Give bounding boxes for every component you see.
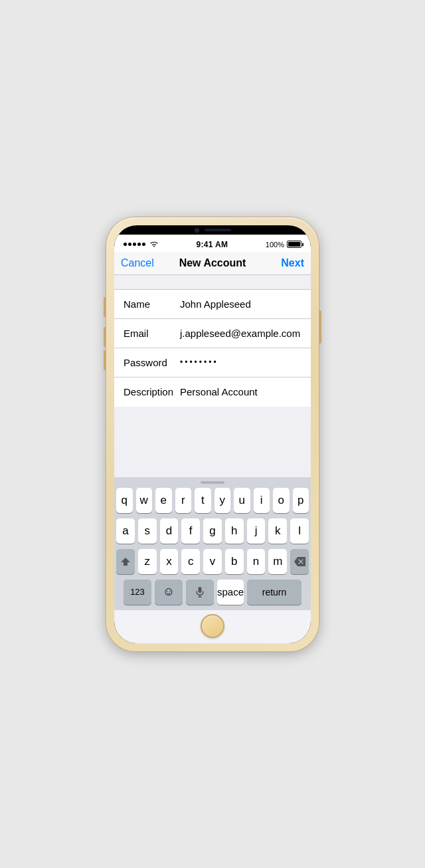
keyboard-keys: q w e r t y u i o p a s <box>114 488 311 610</box>
key-o[interactable]: o <box>273 488 290 513</box>
key-n[interactable]: n <box>247 549 266 574</box>
key-f[interactable]: f <box>181 518 200 544</box>
keyboard-handle <box>114 481 311 484</box>
key-q[interactable]: q <box>116 488 133 513</box>
screen: 9:41 AM 100% Cancel New Account Next <box>114 225 311 643</box>
phone-screen-container: 9:41 AM 100% Cancel New Account Next <box>114 225 311 643</box>
status-right: 100% <box>266 241 301 249</box>
keyboard-row-3: z x c v b n m <box>116 549 309 574</box>
key-x[interactable]: x <box>160 549 179 574</box>
keyboard-row-2: a s d f g h j k l <box>116 518 309 544</box>
numbers-key[interactable]: 123 <box>124 580 151 605</box>
key-m[interactable]: m <box>268 549 287 574</box>
form-label-email: Email <box>124 328 180 339</box>
svg-rect-2 <box>198 587 201 593</box>
key-c[interactable]: c <box>181 549 200 574</box>
form-row-password[interactable]: Password •••••••• <box>114 348 311 378</box>
status-bar: 9:41 AM 100% <box>114 235 311 252</box>
section-spacer <box>114 275 311 290</box>
home-button-area <box>114 610 311 643</box>
key-k[interactable]: k <box>268 518 287 544</box>
key-b[interactable]: b <box>225 549 244 574</box>
emoji-key[interactable]: ☺ <box>155 580 183 605</box>
key-r[interactable]: r <box>175 488 192 513</box>
key-e[interactable]: e <box>155 488 172 513</box>
key-v[interactable]: v <box>203 549 222 574</box>
form-row-name[interactable]: Name John Appleseed <box>114 290 311 319</box>
key-a[interactable]: a <box>116 518 135 544</box>
return-key[interactable]: return <box>247 580 301 605</box>
key-w[interactable]: w <box>136 488 153 513</box>
page-title: New Account <box>179 257 246 269</box>
shift-key[interactable] <box>116 549 135 574</box>
form-value-description: Personal Account <box>180 386 301 397</box>
key-t[interactable]: t <box>195 488 211 513</box>
backspace-key[interactable] <box>290 549 309 574</box>
form-value-email: j.appleseed@example.com <box>180 328 301 339</box>
battery-percent: 100% <box>266 241 284 249</box>
key-u[interactable]: u <box>234 488 250 513</box>
status-left <box>124 241 159 249</box>
form-row-email[interactable]: Email j.appleseed@example.com <box>114 319 311 348</box>
nav-bar: Cancel New Account Next <box>114 252 311 275</box>
mic-key[interactable] <box>186 580 214 605</box>
form-value-name: John Appleseed <box>180 298 301 310</box>
key-l[interactable]: l <box>290 518 309 544</box>
key-i[interactable]: i <box>254 488 270 513</box>
key-d[interactable]: d <box>160 518 179 544</box>
key-j[interactable]: j <box>247 518 266 544</box>
form-value-password: •••••••• <box>180 358 301 367</box>
key-z[interactable]: z <box>138 549 157 574</box>
battery-icon <box>287 241 301 248</box>
phone-notch <box>114 225 311 235</box>
signal-icon <box>124 243 145 246</box>
camera-area <box>195 228 231 233</box>
key-y[interactable]: y <box>214 488 231 513</box>
status-time: 9:41 AM <box>197 240 228 249</box>
key-h[interactable]: h <box>225 518 244 544</box>
cancel-button[interactable]: Cancel <box>121 257 161 269</box>
key-g[interactable]: g <box>203 518 222 544</box>
form-section: Name John Appleseed Email j.appleseed@ex… <box>114 290 311 407</box>
key-s[interactable]: s <box>138 518 157 544</box>
space-key[interactable]: space <box>217 580 244 605</box>
phone-device: 9:41 AM 100% Cancel New Account Next <box>106 217 319 651</box>
form-label-description: Description <box>124 386 180 397</box>
keyboard-row-bottom: 123 ☺ space return <box>116 580 309 605</box>
key-p[interactable]: p <box>293 488 309 513</box>
next-button[interactable]: Next <box>264 257 304 269</box>
home-button[interactable] <box>201 614 224 638</box>
form-row-description[interactable]: Description Personal Account <box>114 378 311 407</box>
camera-icon <box>195 228 199 233</box>
keyboard: q w e r t y u i o p a s <box>114 477 311 610</box>
empty-space <box>114 407 311 477</box>
wifi-icon <box>149 241 159 249</box>
form-label-password: Password <box>124 357 180 368</box>
speaker <box>205 229 231 231</box>
form-label-name: Name <box>124 298 180 310</box>
keyboard-row-1: q w e r t y u i o p <box>116 488 309 513</box>
